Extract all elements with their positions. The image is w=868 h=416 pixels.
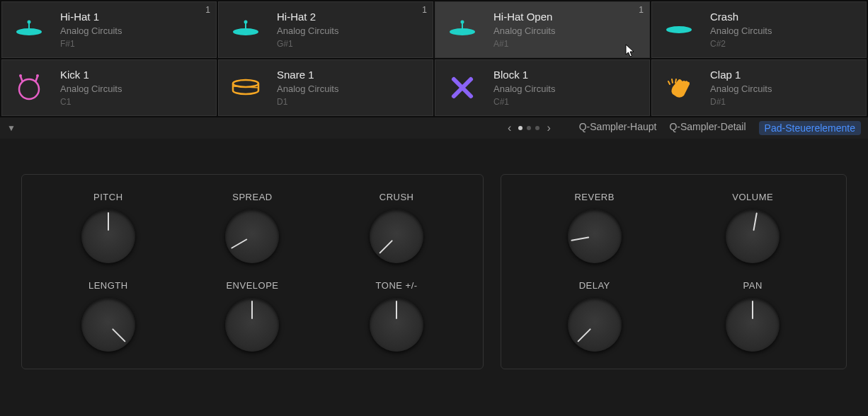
svg-point-14 <box>36 74 39 77</box>
pad-title: Snare 1 <box>277 69 423 81</box>
pad-sub: Analog Circuits <box>277 25 423 36</box>
controls-area: PITCH SPREAD CRUSH LENGTH ENVELOPE TONE … <box>0 139 868 391</box>
pad-badge: 1 <box>422 5 427 15</box>
pad-sub: Analog Circuits <box>710 25 856 36</box>
pad-sub: Analog Circuits <box>493 83 639 94</box>
svg-point-15 <box>233 80 258 87</box>
pad-kick-1[interactable]: Kick 1 Analog Circuits C1 <box>1 59 217 116</box>
pad-note: C1 <box>60 97 206 107</box>
pad-title: Hi-Hat Open <box>493 11 639 23</box>
pad-note: D#1 <box>710 97 856 107</box>
pad-sub: Analog Circuits <box>60 83 206 94</box>
hihat-icon <box>445 13 479 47</box>
pad-sub: Analog Circuits <box>277 83 423 94</box>
kick-icon <box>12 71 46 105</box>
pager: ‹ › <box>508 122 551 134</box>
pad-note: F#1 <box>60 39 206 49</box>
knob-label: ENVELOPE <box>226 280 278 291</box>
knob-pan[interactable] <box>726 298 780 352</box>
pad-title: Clap 1 <box>710 69 856 81</box>
panel-right: REVERB VOLUME DELAY PAN <box>501 174 847 369</box>
pad-note: C#1 <box>493 97 639 107</box>
svg-point-5 <box>244 21 248 24</box>
knob-crush[interactable] <box>370 209 423 263</box>
pad-clap-1[interactable]: Clap 1 Analog Circuits D#1 <box>651 59 867 116</box>
knob-envelope[interactable] <box>225 298 279 352</box>
pager-prev[interactable]: ‹ <box>508 122 511 134</box>
pad-title: Hi-Hat 2 <box>277 11 423 23</box>
crash-icon <box>662 13 696 47</box>
knob-volume[interactable] <box>726 209 780 263</box>
pad-hi-hat-2[interactable]: Hi-Hat 2 Analog Circuits G#1 1 <box>218 1 433 58</box>
block-icon <box>445 71 479 105</box>
knob-label: VOLUME <box>732 192 773 202</box>
knob-label: TONE +/- <box>376 280 418 291</box>
pad-hi-hat-1[interactable]: Hi-Hat 1 Analog Circuits F#1 1 <box>1 1 217 58</box>
pad-title: Crash <box>710 11 856 23</box>
pad-note: C#2 <box>710 39 856 49</box>
svg-point-2 <box>28 21 31 24</box>
knob-label: DELAY <box>579 280 610 291</box>
snare-icon <box>229 71 263 105</box>
tab-2[interactable]: Pad-Steuerelemente <box>759 121 861 135</box>
pad-crash[interactable]: Crash Analog Circuits C#2 <box>651 1 867 58</box>
knob-label: SPREAD <box>232 192 272 202</box>
knob-reverb[interactable] <box>568 209 622 263</box>
pad-note: A#1 <box>493 39 639 49</box>
clap-icon <box>662 71 696 105</box>
tab-1[interactable]: Q-Sampler-Detail <box>669 121 746 135</box>
pad-note: G#1 <box>277 39 423 49</box>
knob-label: LENGTH <box>88 280 128 291</box>
svg-point-9 <box>666 26 692 33</box>
knob-length[interactable] <box>81 298 135 352</box>
svg-point-8 <box>461 21 464 24</box>
hihat-icon <box>229 13 263 47</box>
pad-block-1[interactable]: Block 1 Analog Circuits C#1 <box>435 59 650 116</box>
pad-sub: Analog Circuits <box>493 25 639 36</box>
pager-next[interactable]: › <box>547 122 550 134</box>
knob-label: REVERB <box>574 192 614 202</box>
pad-sub: Analog Circuits <box>60 25 206 36</box>
svg-line-11 <box>21 76 23 82</box>
svg-line-12 <box>35 76 38 82</box>
pad-grid: Hi-Hat 1 Analog Circuits F#1 1 Hi-Hat 2 … <box>0 0 868 117</box>
pad-badge: 1 <box>639 5 644 15</box>
panel-left: PITCH SPREAD CRUSH LENGTH ENVELOPE TONE … <box>21 174 484 369</box>
knob-label: PITCH <box>93 192 123 202</box>
knob-pitch[interactable] <box>81 209 135 263</box>
pad-note: D1 <box>277 97 423 107</box>
knob-label: CRUSH <box>379 192 414 202</box>
knob-tone-[interactable] <box>370 298 423 352</box>
pad-title: Block 1 <box>493 69 639 81</box>
disclosure-triangle[interactable]: ▼ <box>7 123 16 133</box>
pad-sub: Analog Circuits <box>710 83 856 94</box>
tab-row: ▼ ‹ › Q-Sampler-HauptQ-Sampler-DetailPad… <box>0 117 868 139</box>
pad-hi-hat-open[interactable]: Hi-Hat Open Analog Circuits A#1 1 <box>435 1 650 58</box>
hihat-icon <box>12 13 46 47</box>
pad-badge: 1 <box>205 5 210 15</box>
knob-delay[interactable] <box>568 298 622 352</box>
knob-spread[interactable] <box>225 209 279 263</box>
svg-point-13 <box>19 74 22 77</box>
pad-title: Kick 1 <box>60 69 206 81</box>
page-dots[interactable] <box>518 126 539 130</box>
tabs: Q-Sampler-HauptQ-Sampler-DetailPad-Steue… <box>579 121 861 135</box>
tab-0[interactable]: Q-Sampler-Haupt <box>579 121 657 135</box>
knob-label: PAN <box>743 280 763 291</box>
pad-snare-1[interactable]: Snare 1 Analog Circuits D1 <box>218 59 433 116</box>
pad-title: Hi-Hat 1 <box>60 11 206 23</box>
